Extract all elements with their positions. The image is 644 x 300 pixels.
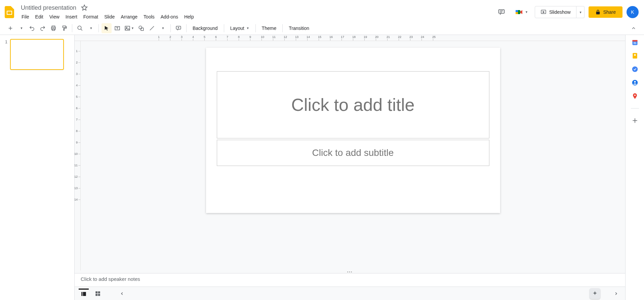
filmstrip-view-button[interactable]: [79, 289, 89, 299]
caret-down-icon: ▼: [20, 27, 23, 30]
menu-help[interactable]: Help: [182, 13, 197, 21]
toolbar: ▼ ▼ ▼ ▼ Background Layout▼ Theme Transit…: [0, 22, 644, 35]
undo-button[interactable]: [27, 23, 37, 33]
shape-tool[interactable]: [136, 23, 146, 33]
expand-sidepanel-button[interactable]: [611, 289, 621, 299]
horizontal-ruler: 1234567891011121314151617181920212223242…: [75, 35, 625, 41]
slideshow-label: Slideshow: [549, 9, 571, 15]
slide-thumbnail[interactable]: [10, 39, 64, 70]
share-button[interactable]: Share: [589, 6, 622, 18]
caret-down-icon: ▼: [161, 27, 164, 30]
share-label: Share: [603, 9, 616, 15]
contacts-icon[interactable]: [632, 79, 638, 86]
svg-rect-32: [98, 294, 100, 296]
document-title[interactable]: Untitled presentation: [19, 4, 78, 12]
menu-format[interactable]: Format: [81, 13, 101, 21]
svg-text:31: 31: [633, 41, 637, 45]
notes-resize-handle[interactable]: •••: [75, 270, 625, 273]
canvas-scroll[interactable]: Click to add title Click to add subtitle: [81, 41, 625, 270]
separator: [255, 24, 256, 32]
caret-down-icon: ▼: [246, 27, 249, 30]
main-area: 1 12345678910111213141516171819202122232…: [0, 35, 644, 300]
subtitle-placeholder[interactable]: Click to add subtitle: [217, 140, 489, 166]
svg-point-40: [634, 81, 636, 83]
menubar: File Edit View Insert Format Slide Arran…: [19, 13, 492, 21]
svg-rect-19: [125, 26, 130, 30]
collapse-filmstrip-button[interactable]: [117, 289, 127, 299]
title-placeholder[interactable]: Click to add title: [217, 71, 489, 138]
comments-icon[interactable]: [495, 5, 508, 19]
background-button[interactable]: Background: [189, 23, 221, 33]
caret-down-icon: ▼: [90, 27, 93, 30]
svg-rect-31: [95, 294, 97, 296]
add-addon-icon[interactable]: [632, 117, 638, 124]
notes-placeholder: Click to add speaker notes: [81, 276, 140, 282]
calendar-icon[interactable]: 31: [632, 39, 638, 46]
menu-edit[interactable]: Edit: [33, 13, 46, 21]
redo-button[interactable]: [38, 23, 48, 33]
slideshow-button[interactable]: Slideshow: [535, 6, 576, 18]
slide-number: 1: [3, 39, 7, 70]
menu-tools[interactable]: Tools: [141, 13, 157, 21]
svg-point-37: [634, 54, 636, 56]
svg-rect-30: [98, 291, 100, 293]
svg-rect-28: [83, 292, 86, 296]
separator: [224, 24, 224, 32]
zoom-button[interactable]: [75, 23, 85, 33]
slideshow-dropdown[interactable]: ▼: [576, 6, 585, 18]
image-tool[interactable]: ▼: [123, 23, 135, 33]
keep-icon[interactable]: [632, 52, 638, 59]
layout-label: Layout: [230, 26, 244, 31]
svg-rect-7: [516, 12, 518, 14]
menu-slide[interactable]: Slide: [102, 13, 117, 21]
star-icon[interactable]: [81, 4, 88, 11]
explore-button[interactable]: [590, 288, 600, 299]
transition-button[interactable]: Transition: [285, 23, 313, 33]
slide-canvas[interactable]: Click to add title Click to add subtitle: [206, 48, 500, 213]
menu-file[interactable]: File: [19, 13, 32, 21]
separator: [72, 24, 72, 32]
svg-point-41: [634, 94, 635, 96]
tasks-icon[interactable]: [632, 66, 638, 73]
print-button[interactable]: [48, 23, 58, 33]
filmstrip: 1: [0, 35, 75, 300]
side-panel: 31: [625, 35, 644, 300]
speaker-notes[interactable]: Click to add speaker notes: [75, 273, 625, 287]
menu-view[interactable]: View: [47, 13, 62, 21]
grid-view-button[interactable]: [93, 289, 103, 299]
theme-button[interactable]: Theme: [258, 23, 280, 33]
svg-rect-22: [141, 28, 144, 31]
layout-button[interactable]: Layout▼: [227, 23, 253, 33]
slides-logo[interactable]: [3, 5, 16, 19]
textbox-tool[interactable]: [112, 23, 122, 33]
vertical-ruler: 1234567891011121314: [75, 41, 81, 270]
svg-rect-27: [81, 292, 82, 296]
new-slide-dropdown[interactable]: ▼: [16, 23, 26, 33]
canvas-zone: 1234567891011121314151617181920212223242…: [75, 35, 625, 300]
maps-icon[interactable]: [632, 93, 638, 99]
slide-thumbnail-row[interactable]: 1: [3, 39, 71, 70]
svg-rect-29: [95, 291, 97, 293]
separator: [170, 24, 171, 32]
separator: [186, 24, 187, 32]
svg-rect-2: [499, 10, 505, 13]
menu-arrange[interactable]: Arrange: [118, 13, 140, 21]
svg-point-38: [632, 67, 638, 72]
separator: [98, 24, 99, 32]
account-avatar[interactable]: K: [627, 6, 639, 18]
svg-rect-6: [516, 10, 518, 12]
comment-tool[interactable]: [173, 23, 184, 33]
meet-button[interactable]: ▼: [512, 7, 531, 17]
line-dropdown[interactable]: ▼: [158, 23, 168, 33]
zoom-dropdown[interactable]: ▼: [86, 23, 96, 33]
select-tool[interactable]: [102, 23, 112, 33]
line-tool[interactable]: [147, 23, 157, 33]
caret-down-icon: ▼: [131, 27, 134, 30]
paint-format-button[interactable]: [59, 23, 69, 33]
caret-down-icon: ▼: [525, 10, 528, 14]
menu-addons[interactable]: Add-ons: [158, 13, 181, 21]
collapse-toolbar-button[interactable]: [629, 23, 639, 33]
separator: [631, 108, 639, 109]
menu-insert[interactable]: Insert: [63, 13, 80, 21]
new-slide-button[interactable]: [5, 23, 15, 33]
